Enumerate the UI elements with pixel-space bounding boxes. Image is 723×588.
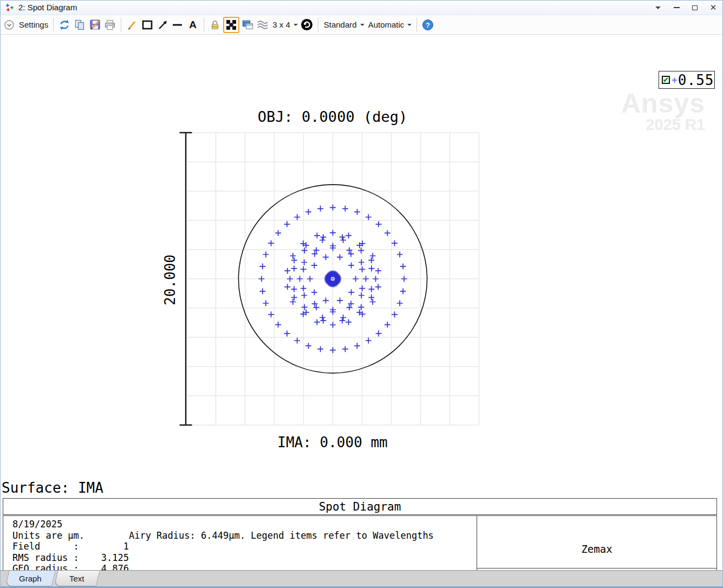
tab-bar: Graph Text — [1, 570, 722, 586]
draw-line-button[interactable] — [171, 17, 185, 32]
chevron-down-icon — [294, 24, 298, 28]
minimize-icon — [674, 7, 680, 8]
minimize-button[interactable] — [672, 3, 681, 12]
automatic-dropdown-label: Automatic — [367, 20, 406, 29]
footer-date: 8/19/2025 — [12, 519, 477, 530]
wavelength-value: 0.55 — [678, 72, 714, 88]
tab-graph-label: Graph — [19, 574, 42, 583]
wavelength-checkbox[interactable]: ✔ — [662, 76, 670, 84]
refresh-button[interactable] — [57, 17, 71, 32]
tab-graph[interactable]: Graph — [5, 571, 55, 586]
lock-button[interactable] — [208, 17, 222, 32]
wavelength-legend: ✔ + 0.55 — [659, 71, 715, 89]
help-button[interactable]: ? — [421, 17, 435, 32]
lock-icon — [209, 19, 221, 31]
product-name: Zemax — [477, 543, 717, 556]
help-icon: ? — [422, 19, 434, 31]
grid-layout-label: 3 x 4 — [271, 20, 292, 29]
rectangle-icon — [141, 19, 154, 31]
standard-dropdown[interactable]: Standard — [322, 17, 366, 32]
clone-window-button[interactable] — [240, 17, 255, 32]
save-icon — [89, 18, 101, 31]
plot-canvas: Ansys 2025 R1 ✔ + 0.55 OBJ: 0.0000 (deg)… — [0, 35, 723, 570]
window-title: 2: Spot Diagram — [18, 3, 77, 12]
fit-window-icon — [226, 19, 237, 30]
svg-text:?: ? — [426, 21, 430, 29]
standard-dropdown-label: Standard — [322, 20, 359, 29]
save-button[interactable] — [88, 17, 102, 32]
overlapping-windows-icon — [242, 19, 254, 31]
fit-window-button[interactable] — [223, 17, 239, 33]
close-button[interactable]: ✕ — [709, 3, 718, 12]
spot-diagram-window-icon — [4, 3, 14, 12]
layers-icon — [256, 19, 269, 31]
draw-rectangle-button[interactable] — [140, 17, 154, 32]
line-icon — [171, 19, 184, 31]
refresh-icon — [58, 19, 70, 31]
grid-layout-dropdown[interactable]: 3 x 4 — [271, 17, 299, 32]
spot-diagram-plot — [0, 35, 723, 479]
settings-label: Settings — [17, 20, 50, 29]
chevron-down-icon — [655, 6, 661, 12]
automatic-dropdown[interactable]: Automatic — [367, 17, 413, 32]
footer-product-cell: Zemax Ansys Zemax OpticStudio 2024 R2.02 — [477, 516, 717, 569]
layers-button[interactable] — [256, 17, 270, 32]
maximize-button[interactable] — [691, 3, 699, 12]
copy-button[interactable] — [73, 17, 87, 32]
reset-refresh-icon — [301, 18, 313, 31]
tab-text-label: Text — [69, 574, 84, 583]
checkmark-icon: ✔ — [663, 76, 669, 83]
chevron-down-icon — [407, 24, 412, 28]
surface-label: Surface: IMA — [2, 480, 103, 496]
footer-field: Field : 1 — [12, 541, 477, 552]
footer-units-airy: Units are µm. Airy Radius: 6.449µm. Lege… — [12, 530, 477, 541]
title-bar: 2: Spot Diagram ✕ — [0, 0, 723, 15]
copy-icon — [74, 19, 86, 31]
wavelength-marker-icon: + — [672, 74, 678, 86]
window-menu-button[interactable] — [654, 3, 662, 12]
toolbar-separator — [318, 18, 318, 32]
print-icon — [104, 19, 116, 31]
toolbar: Settings — [0, 15, 723, 35]
toolbar-separator — [121, 18, 121, 32]
draw-pencil-button[interactable] — [125, 17, 139, 32]
settings-button[interactable]: Settings — [4, 20, 50, 30]
draw-arrow-button[interactable] — [155, 17, 170, 32]
toolbar-separator — [53, 18, 54, 32]
tab-text[interactable]: Text — [54, 571, 100, 586]
window-controls: ✕ — [654, 0, 718, 15]
settings-chevron-icon — [4, 20, 14, 30]
footer-title: Spot Diagram — [3, 498, 717, 515]
print-button[interactable] — [103, 17, 117, 32]
chevron-down-icon — [360, 24, 364, 28]
text-a-icon: A — [189, 19, 197, 31]
pencil-icon — [126, 19, 138, 31]
footer-rms-radius: RMS radius : 3.125 — [12, 552, 477, 564]
toolbar-separator — [416, 18, 417, 32]
draw-text-button[interactable]: A — [186, 17, 200, 32]
maximize-icon — [692, 5, 698, 10]
toolbar-separator — [204, 18, 204, 32]
arrow-icon — [157, 19, 169, 31]
reset-view-button[interactable] — [300, 17, 314, 32]
